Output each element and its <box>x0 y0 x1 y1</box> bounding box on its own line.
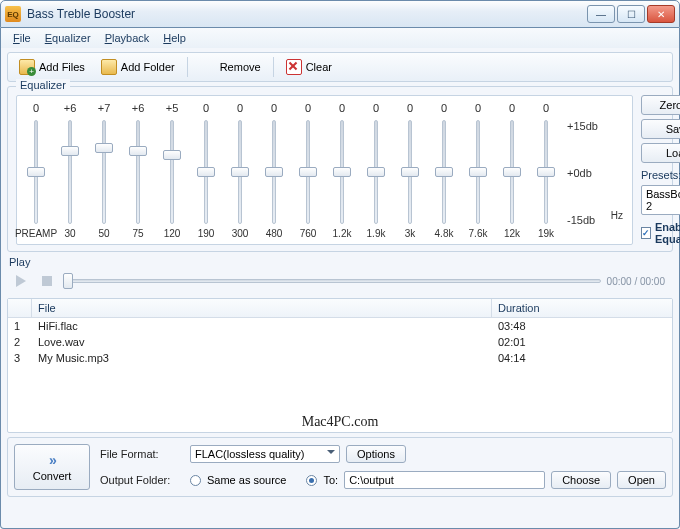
eq-slider[interactable] <box>61 120 79 224</box>
clear-label: Clear <box>306 61 332 73</box>
file-list: File Duration 1HiFi.flac03:482Love.wav02… <box>7 298 673 433</box>
convert-icon: » <box>49 452 55 468</box>
eq-track <box>102 120 106 224</box>
load-preset-button[interactable]: Load <box>641 143 680 163</box>
seek-thumb[interactable] <box>63 273 73 289</box>
eq-slider[interactable] <box>265 120 283 224</box>
options-button[interactable]: Options <box>346 445 406 463</box>
eq-frequency-label: 300 <box>232 228 249 244</box>
eq-frequency-label: 75 <box>132 228 143 244</box>
eq-slider[interactable] <box>95 120 113 224</box>
eq-value: 0 <box>509 102 515 116</box>
table-row[interactable]: 2Love.wav02:01 <box>8 334 672 350</box>
window-maximize-button[interactable]: ☐ <box>617 5 645 23</box>
eq-thumb[interactable] <box>231 167 249 177</box>
eq-band-4.8k: 04.8k <box>431 102 457 244</box>
window-minimize-button[interactable]: — <box>587 5 615 23</box>
presets-dropdown[interactable]: BassBoost 2 <box>641 185 680 215</box>
output-path-field[interactable]: C:\output <box>344 471 545 489</box>
eq-frequency-label: PREAMP <box>15 228 57 244</box>
menu-file[interactable]: File <box>7 30 37 46</box>
eq-band-12k: 012k <box>499 102 525 244</box>
eq-slider[interactable] <box>129 120 147 224</box>
file-format-dropdown[interactable]: FLAC(lossless quality) <box>190 445 340 463</box>
add-folder-icon <box>101 59 117 75</box>
eq-value: 0 <box>441 102 447 116</box>
eq-frequency-label: 12k <box>504 228 520 244</box>
enable-equalizer-label: Enable Equalizer <box>655 221 680 245</box>
eq-slider[interactable] <box>197 120 215 224</box>
eq-slider[interactable] <box>537 120 555 224</box>
eq-slider[interactable] <box>163 120 181 224</box>
eq-thumb[interactable] <box>197 167 215 177</box>
eq-band-1.2k: 01.2k <box>329 102 355 244</box>
add-files-button[interactable]: Add Files <box>12 56 92 78</box>
menu-equalizer[interactable]: Equalizer <box>39 30 97 46</box>
eq-scale-top: +15db <box>567 120 598 132</box>
eq-thumb[interactable] <box>435 167 453 177</box>
window-close-button[interactable]: ✕ <box>647 5 675 23</box>
eq-thumb[interactable] <box>265 167 283 177</box>
eq-band-30: +630 <box>57 102 83 244</box>
eq-value: 0 <box>407 102 413 116</box>
eq-thumb[interactable] <box>503 167 521 177</box>
seek-slider[interactable] <box>63 276 601 286</box>
eq-slider[interactable] <box>435 120 453 224</box>
eq-frequency-label: 30 <box>64 228 75 244</box>
eq-frequency-label: 50 <box>98 228 109 244</box>
eq-thumb[interactable] <box>367 167 385 177</box>
enable-equalizer-checkbox[interactable]: ✓ Enable Equalizer <box>641 221 680 245</box>
eq-band-190: 0190 <box>193 102 219 244</box>
menu-playback[interactable]: Playback <box>99 30 156 46</box>
eq-slider[interactable] <box>299 120 317 224</box>
eq-slider[interactable] <box>231 120 249 224</box>
eq-band-19k: 019k <box>533 102 559 244</box>
to-path-radio[interactable] <box>306 475 317 486</box>
convert-button[interactable]: » Convert <box>14 444 90 490</box>
eq-slider[interactable] <box>503 120 521 224</box>
time-display: 00:00 / 00:00 <box>607 276 669 287</box>
eq-hz-label: Hz <box>611 210 623 226</box>
eq-slider[interactable] <box>469 120 487 224</box>
table-row[interactable]: 3My Music.mp304:14 <box>8 350 672 366</box>
open-button[interactable]: Open <box>617 471 666 489</box>
eq-thumb[interactable] <box>61 146 79 156</box>
eq-slider[interactable] <box>333 120 351 224</box>
column-file[interactable]: File <box>32 299 492 317</box>
same-as-source-label: Same as source <box>207 474 286 486</box>
eq-thumb[interactable] <box>27 167 45 177</box>
add-folder-button[interactable]: Add Folder <box>94 56 182 78</box>
eq-thumb[interactable] <box>129 146 147 156</box>
save-preset-button[interactable]: Save <box>641 119 680 139</box>
play-icon <box>16 275 26 287</box>
remove-button[interactable]: Remove <box>193 56 268 78</box>
eq-thumb[interactable] <box>401 167 419 177</box>
column-index[interactable] <box>8 299 32 317</box>
zero-all-button[interactable]: Zero All <box>641 95 680 115</box>
eq-value: 0 <box>475 102 481 116</box>
eq-thumb[interactable] <box>469 167 487 177</box>
eq-thumb[interactable] <box>163 150 181 160</box>
bottom-panel: » Convert File Format: FLAC(lossless qua… <box>7 437 673 497</box>
eq-track <box>136 120 140 224</box>
play-button[interactable] <box>11 272 31 290</box>
eq-band-preamp: 0PREAMP <box>23 102 49 244</box>
eq-thumb[interactable] <box>95 143 113 153</box>
main-toolbar: Add Files Add Folder Remove Clear <box>7 52 673 82</box>
eq-slider[interactable] <box>27 120 45 224</box>
eq-thumb[interactable] <box>333 167 351 177</box>
table-row[interactable]: 1HiFi.flac03:48 <box>8 318 672 334</box>
column-duration[interactable]: Duration <box>492 299 672 317</box>
eq-thumb[interactable] <box>299 167 317 177</box>
menu-help[interactable]: Help <box>157 30 192 46</box>
eq-value: 0 <box>305 102 311 116</box>
eq-slider[interactable] <box>367 120 385 224</box>
choose-button[interactable]: Choose <box>551 471 611 489</box>
eq-slider[interactable] <box>401 120 419 224</box>
same-as-source-radio[interactable] <box>190 475 201 486</box>
remove-label: Remove <box>220 61 261 73</box>
clear-button[interactable]: Clear <box>279 56 339 78</box>
eq-thumb[interactable] <box>537 167 555 177</box>
clear-icon <box>286 59 302 75</box>
stop-button[interactable] <box>37 272 57 290</box>
